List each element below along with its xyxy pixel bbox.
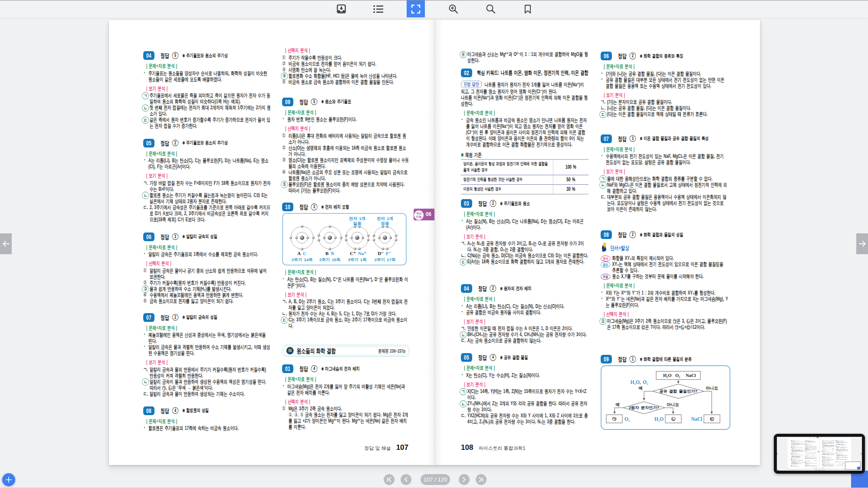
toolbar: [0, 0, 868, 18]
spread-thumbnail-preview[interactable]: 04정답5✱주기율표와 원소의 주기성| 문제+자료 분석 |•주기율표는 원소…: [774, 434, 865, 474]
next-spread-arrow[interactable]: [856, 233, 868, 254]
download-button[interactable]: [332, 0, 350, 17]
svg-text:2원자 분자인가?: 2원자 분자인가?: [629, 406, 660, 410]
answer-section-04: 04정답2✱원자의 전자 배치| 문제+자료 분석 |•A는 리튬(Li), B…: [461, 284, 589, 344]
svg-text:C: C: [806, 454, 807, 455]
right-page-footer: 108 자이스토리 통합과학1: [461, 443, 526, 452]
last-page-button[interactable]: [476, 474, 487, 485]
analysis-subhead-choices: | 보기 분석 |: [285, 291, 410, 298]
bullet-dot: •: [461, 117, 462, 123]
section-topic: ✱주기율표와 원소의 주기성: [182, 140, 228, 146]
topic-star: ✱: [640, 54, 642, 59]
page-number-108: 108: [461, 443, 473, 452]
page-left-107: 04정답5✱주기율표와 원소의 주기성| 문제+자료 분석 |•주기율표는 원소…: [109, 20, 434, 465]
list-item: ㄱ.A₂는 N₂로 공유 전자쌍 수가 3이고, B₂는 O₂로 공유 전자쌍 …: [461, 240, 589, 252]
toc-list-button[interactable]: [369, 0, 388, 17]
svg-text:C⁺: C⁺: [350, 251, 356, 256]
topic-star: ✱: [640, 357, 642, 362]
exam-tab-badge: 내신수능 06: [414, 209, 434, 220]
clue-item: 적용원소 X,Y를 구하는 것부터 문제 풀이를 시작해야 한다.: [601, 273, 728, 279]
analysis-subhead-problem: | 문제+자료 분석 |: [464, 211, 589, 217]
list-item: ㄴ.원자가 전자 수는 A는 4, B는 5, C는 1, D는 7로 D가 가…: [282, 311, 410, 317]
list-item: ⑤플루오린(F)은 할로젠 원소이며 충치 예방 성분으로 치약에 사용된다. …: [282, 181, 410, 193]
item-marker: ㄷ.: [461, 413, 466, 419]
svg-text:H₂O: H₂O: [663, 373, 671, 378]
svg-text:O₂: O₂: [838, 466, 839, 466]
section-topic: ✱전자 배치 모형: [321, 204, 349, 210]
svg-text:NaCl: NaCl: [686, 373, 696, 378]
answer-number: 5: [311, 98, 318, 105]
topic-star: ✱: [321, 99, 324, 104]
svg-text:H₂O: H₂O: [654, 416, 664, 422]
answer-section-04: 04정답5✱주기율표와 원소의 주기성| 문제+자료 분석 |•주기율표는 원소…: [143, 51, 271, 129]
answer-section-07: 07정답2✱알칼리 금속의 성질| 문제+자료 분석 |•페놀프탈레인 용액은 …: [143, 313, 271, 397]
clue-badge: 발상: [601, 262, 610, 268]
item-marker: ㄷ.: [143, 204, 148, 210]
list-item: ㄴ.(나)는 공유 결합 물질, (다)는 이온 결합 물질이다.: [601, 105, 728, 111]
prev-spread-arrow[interactable]: [0, 233, 12, 254]
prev-page-button[interactable]: [401, 474, 411, 485]
svg-text:전자 1개: 전자 1개: [377, 216, 393, 221]
correct-answer-marker: ㄷ: [281, 317, 288, 324]
section-heading: 10정답3✱전자 배치 모형: [282, 203, 410, 211]
analysis-subhead-choices: | 보기 분석 |: [464, 318, 589, 324]
analysis-subhead-problem: | 문제+자료 분석 |: [146, 244, 271, 250]
section-heading: 04정답2✱원자의 전자 배치: [461, 284, 589, 293]
question-number-badge: 09: [601, 355, 612, 364]
prev-page-icon: [404, 477, 408, 482]
analysis-subhead-problem: | 문제+자료 분석 |: [146, 325, 271, 331]
bookmark-button[interactable]: [519, 0, 537, 17]
bullet-dot: •: [461, 309, 462, 315]
first-page-button[interactable]: [384, 474, 395, 485]
svg-text:아니요: 아니요: [842, 465, 844, 465]
clue-item: 단서화합물 XY₂의 특징이 제시되어 있다.: [601, 255, 728, 261]
add-note-button[interactable]: [2, 473, 15, 486]
answer-section-08: 08정답4✱할로젠의 성질| 문제+자료 분석 |•할로젠은 주기율표의 17족…: [143, 406, 271, 432]
page-indicator[interactable]: 107 / 120: [421, 474, 450, 485]
bullet-point: •A는 탄소(C), B는 질소(N), C⁺은 나트륨 이온(Na⁺), D⁻…: [282, 276, 410, 288]
question-number-badge: 08: [143, 406, 155, 415]
section-heading: 02핵심 키워드: 나트륨 이온, 염화 이온, 정전기적 인력, 이온 결합: [461, 69, 589, 77]
item-marker: ㄱ.: [282, 298, 287, 305]
fullscreen-button[interactable]: [407, 0, 425, 17]
svg-text:2주기 17족: 2주기 17족: [375, 257, 396, 262]
analysis-subhead-choices: | 선택지 분석 |: [285, 399, 410, 405]
answer-number: 2: [172, 314, 179, 321]
next-page-button[interactable]: [459, 474, 470, 485]
topic-star: ✱: [182, 315, 185, 320]
bullet-point: •(가)와 (나)는 공유 결합 물질, (다)는 이온 결합 물질이다.: [601, 71, 728, 77]
answer-number: 3: [630, 135, 636, 142]
list-item: ㄱ물에 대한 용해성만으로는 화학 결합의 종류를 구분할 수 없다.: [601, 176, 728, 182]
svg-text:C⁺: C⁺: [811, 454, 812, 455]
grading-star: ✽: [461, 152, 464, 157]
topic-star: ✱: [321, 205, 324, 210]
analysis-subhead-choices: | 선택지 분석 |: [146, 260, 271, 266]
clue-badge: 적용: [601, 274, 610, 280]
analysis-subhead-choices: | 선택지 분석 |: [604, 311, 728, 317]
fullscreen-icon: [411, 4, 421, 14]
item-marker: ㄴ.: [282, 311, 287, 317]
analysis-subhead-problem: | 문제+자료 분석 |: [464, 296, 589, 302]
zoom-in-button[interactable]: [444, 0, 462, 17]
svg-text:O₂: O₂: [675, 373, 680, 378]
grading-criteria-cell: 양이온, 음이온의 형성 과정과 정전기적 인력에 의한 결합을 옳게 서술한 …: [461, 159, 553, 175]
section-topic: ✱원소와 주기율표: [321, 98, 351, 105]
list-item: ④나트륨(Na)은 소금의 주요 성분 또는 조명에 사용되는 알칼리 금속으로…: [282, 169, 410, 181]
svg-text:전자 1개: 전자 1개: [811, 452, 813, 452]
analysis-subhead-choices: | 선택지 분석 |: [285, 125, 410, 131]
bullet-point: •알칼리 금속은 주기율표의 1족에서 수소를 제외한 금속 원소이다.: [143, 251, 271, 257]
svg-text:NaCl: NaCl: [691, 416, 702, 422]
topic-star: ✱: [182, 53, 185, 58]
search-button[interactable]: [481, 0, 500, 17]
item-marker: ⑤: [143, 298, 147, 304]
bullet-point: •마그네슘(Mg)은 전자 2개를 잃어 앞 주기의 비활성 기체인 네온(Ne…: [282, 383, 410, 396]
answer-word: 정답: [618, 53, 627, 59]
item-marker: ①: [143, 268, 147, 274]
thumbnail-recursive-box: [845, 462, 861, 470]
answer-section-06: 06정답2✱화학 결합의 종류와 특징| 문제+자료 분석 |•(가)와 (나)…: [601, 52, 728, 117]
answer-number: 5: [172, 52, 179, 59]
answer-section-08: 08정답2✱화학 결합과 물질의 성질단서+발상단서화합물 XY₂의 특징이 제…: [601, 230, 728, 330]
svg-text:얻음: 얻음: [381, 221, 390, 226]
section-heading: 01정답4✱마그네슘의 전자 배치: [282, 364, 410, 373]
svg-text:H₂O, O₂: H₂O, O₂: [631, 380, 648, 385]
